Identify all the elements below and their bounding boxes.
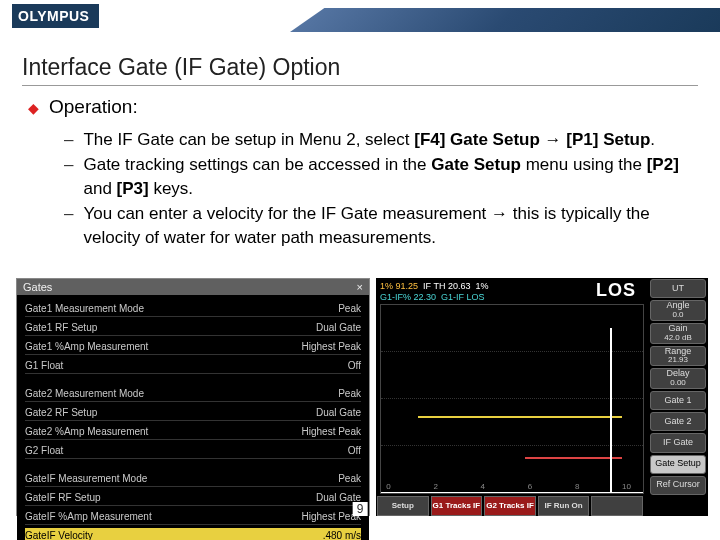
row-label: Gate1 RF Setup (25, 322, 97, 333)
bottom-softkey[interactable]: IF Run On (538, 496, 590, 516)
softkey-value: 42.0 dB (664, 334, 692, 343)
dialog-row-selected[interactable]: GateIF Velocity.480 m/s (25, 528, 361, 540)
softkey-ut[interactable]: UT (650, 279, 706, 298)
softkey-value: 21.93 (668, 356, 688, 365)
xtick: 4 (481, 482, 485, 491)
bottom-softkey[interactable]: Setup (377, 496, 429, 516)
row-value: Dual Gate (316, 407, 361, 418)
bullet-l2-item: – Gate tracking settings can be accessed… (64, 153, 698, 200)
row-value: Peak (338, 473, 361, 484)
bullet-l2-item: – The IF Gate can be setup in Menu 2, se… (64, 128, 698, 151)
xtick: 8 (575, 482, 579, 491)
grid-line (381, 398, 643, 399)
dialog-row[interactable]: Gate2 RF SetupDual Gate (25, 405, 361, 421)
dialog-row (25, 377, 361, 383)
softkey-if-gate[interactable]: IF Gate (650, 433, 706, 452)
softkey-delay[interactable]: Delay0.00 (650, 368, 706, 389)
bullet-text: Gate tracking settings can be accessed i… (83, 153, 698, 200)
slide-title: Interface Gate (IF Gate) Option (22, 54, 698, 86)
xtick: 6 (528, 482, 532, 491)
dialog-row[interactable]: Gate2 %Amp MeasurementHighest Peak (25, 424, 361, 440)
ascan-plot: 0 2 4 6 8 10 (380, 304, 644, 494)
softkey-label: Gate 2 (664, 417, 691, 427)
xtick: 0 (386, 482, 390, 491)
grid-line (381, 351, 643, 352)
brand-stripe (290, 8, 720, 32)
row-label: Gate1 %Amp Measurement (25, 341, 148, 352)
dialog-row[interactable]: Gate1 %Amp MeasurementHighest Peak (25, 339, 361, 355)
gate1-bar (418, 416, 622, 418)
dialog-row[interactable]: GateIF RF SetupDual Gate (25, 490, 361, 506)
xtick: 2 (433, 482, 437, 491)
dialog-row (25, 462, 361, 468)
brand-logo: OLYMPUS (12, 4, 99, 28)
softkey-gain[interactable]: Gain42.0 dB (650, 323, 706, 344)
row-value: Peak (338, 388, 361, 399)
bullet-text: You can enter a velocity for the IF Gate… (83, 202, 698, 249)
bottom-softkeys: SetupG1 Tracks IFG2 Tracks IFIF Run On (376, 496, 644, 516)
row-label: Gate2 %Amp Measurement (25, 426, 148, 437)
softkey-ref-cursor[interactable]: Ref Cursor (650, 476, 706, 495)
softkey-angle[interactable]: Angle0.0 (650, 300, 706, 321)
row-label: GateIF Velocity (25, 530, 93, 540)
readouts: 1% 91.25 IF TH 20.63 1% G1-IF% 22.30 G1-… (380, 281, 489, 303)
dialog-row[interactable]: GateIF Measurement ModePeak (25, 471, 361, 487)
los-indicator: LOS (596, 280, 636, 301)
row-value: Dual Gate (316, 322, 361, 333)
dialog-row[interactable]: G2 FloatOff (25, 443, 361, 459)
right-softkeys: UTAngle0.0Gain42.0 dBRange21.93Delay0.00… (648, 278, 708, 496)
softkey-gate-setup[interactable]: Gate Setup (650, 455, 706, 474)
dialog-title: Gates (23, 281, 52, 293)
dialog-row[interactable]: Gate1 Measurement ModePeak (25, 301, 361, 317)
operation-heading: Operation: (49, 96, 138, 120)
row-label: GateIF Measurement Mode (25, 473, 147, 484)
signal-peak (610, 328, 612, 493)
slide-body: Interface Gate (IF Gate) Option ◆ Operat… (0, 40, 720, 249)
softkey-label: Ref Cursor (656, 480, 700, 490)
softkey-gate-1[interactable]: Gate 1 (650, 391, 706, 410)
bottom-softkey[interactable] (591, 496, 643, 516)
bottom-softkey[interactable]: G1 Tracks IF (431, 496, 483, 516)
page-number: 9 (353, 502, 368, 516)
dash-bullet-icon: – (64, 128, 73, 151)
softkey-label: Gate 1 (664, 396, 691, 406)
dialog-row[interactable]: Gate1 RF SetupDual Gate (25, 320, 361, 336)
row-value: Highest Peak (302, 341, 361, 352)
softkey-gate-2[interactable]: Gate 2 (650, 412, 706, 431)
xtick: 10 (622, 482, 631, 491)
ifgate-bar (525, 457, 622, 459)
row-value: Peak (338, 303, 361, 314)
row-value: .480 m/s (323, 530, 361, 540)
bullet-l2-group: – The IF Gate can be setup in Menu 2, se… (64, 128, 698, 249)
dialog-row[interactable]: Gate2 Measurement ModePeak (25, 386, 361, 402)
diamond-bullet-icon: ◆ (28, 96, 39, 120)
brand-bar: OLYMPUS (0, 0, 720, 40)
row-label: GateIF %Amp Measurement (25, 511, 152, 522)
softkey-range[interactable]: Range21.93 (650, 346, 706, 367)
row-label: GateIF RF Setup (25, 492, 101, 503)
gates-dialog: Gates × Gate1 Measurement ModePeakGate1 … (16, 278, 370, 516)
row-value: Highest Peak (302, 426, 361, 437)
dialog-titlebar: Gates × (17, 279, 369, 295)
dialog-row[interactable]: G1 FloatOff (25, 358, 361, 374)
row-label: Gate2 Measurement Mode (25, 388, 144, 399)
softkey-label: UT (672, 284, 684, 294)
dialog-row[interactable]: GateIF %Amp MeasurementHighest Peak (25, 509, 361, 525)
softkey-label: Gate Setup (655, 459, 701, 469)
row-label: G2 Float (25, 445, 63, 456)
screenshots-row: Gates × Gate1 Measurement ModePeakGate1 … (16, 278, 708, 516)
bullet-text: The IF Gate can be setup in Menu 2, sele… (83, 128, 655, 151)
row-label: G1 Float (25, 360, 63, 371)
softkey-value: 0.00 (670, 379, 686, 388)
instrument-screen: 1% 91.25 IF TH 20.63 1% G1-IF% 22.30 G1-… (376, 278, 708, 516)
bullet-l2-item: – You can enter a velocity for the IF Ga… (64, 202, 698, 249)
bottom-softkey[interactable]: G2 Tracks IF (484, 496, 536, 516)
close-icon[interactable]: × (357, 281, 363, 293)
row-label: Gate1 Measurement Mode (25, 303, 144, 314)
dash-bullet-icon: – (64, 202, 73, 249)
dash-bullet-icon: – (64, 153, 73, 200)
row-value: Off (348, 445, 361, 456)
row-value: Off (348, 360, 361, 371)
softkey-label: IF Gate (663, 438, 693, 448)
baseline (381, 492, 643, 493)
